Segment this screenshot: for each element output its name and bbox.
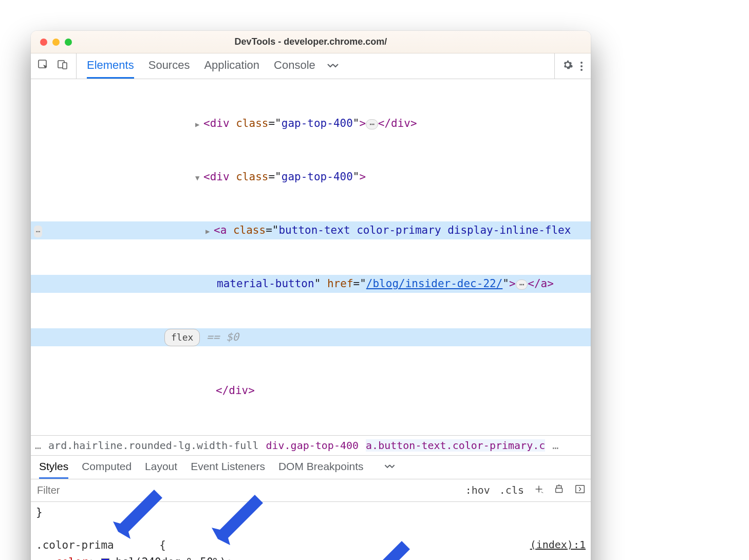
- tab-computed[interactable]: Computed: [82, 456, 132, 479]
- css-selector[interactable]: .color-prima: [36, 539, 114, 551]
- styles-filter-bar: :hov .cls: [31, 479, 591, 502]
- paint-flash-icon[interactable]: [554, 483, 565, 497]
- styles-stray-brace: }: [36, 504, 586, 521]
- breadcrumb-item-current[interactable]: a.button-text.color-primary.c: [366, 439, 545, 452]
- dom-node-closing[interactable]: </div>: [31, 382, 591, 400]
- ellipsis-icon[interactable]: ⋯: [366, 119, 378, 129]
- more-options-icon[interactable]: [578, 59, 585, 74]
- dom-node-selected[interactable]: ⋯▶<a class="button-text color-primary di…: [31, 221, 591, 239]
- css-declaration[interactable]: color: hsl(240deg % 50%);: [36, 554, 586, 560]
- styles-pane[interactable]: } .color-prima { (index):1 color: hsl(24…: [31, 502, 591, 560]
- main-tabs: Elements Sources Application Console: [87, 53, 315, 79]
- styles-sub-tabs: Styles Computed Layout Event Listeners D…: [31, 456, 591, 479]
- breadcrumb-item[interactable]: div.gap-top-400: [266, 439, 359, 452]
- settings-icon[interactable]: [562, 59, 573, 73]
- svg-rect-4: [576, 486, 585, 493]
- more-sub-tabs-icon[interactable]: [382, 456, 398, 479]
- breadcrumb-item[interactable]: ard.hairline.rounded-lg.width-full: [48, 439, 258, 452]
- device-toolbar-icon[interactable]: [57, 59, 69, 74]
- dom-node-expanded[interactable]: ▼<div class="gap-top-400">: [31, 168, 591, 186]
- new-style-rule-icon[interactable]: [533, 483, 545, 497]
- devtools-window: DevTools - developer.chrome.com/ Element…: [31, 31, 591, 560]
- inspect-element-icon[interactable]: [37, 59, 49, 74]
- ellipsis-icon[interactable]: ⋯: [516, 279, 528, 290]
- traffic-lights: [40, 39, 72, 46]
- tab-styles[interactable]: Styles: [39, 456, 68, 479]
- titlebar: DevTools - developer.chrome.com/: [31, 31, 591, 53]
- dom-tree[interactable]: ▶<div class="gap-top-400">⋯</div> ▼<div …: [31, 79, 591, 435]
- close-window-button[interactable]: [40, 39, 47, 46]
- href-link[interactable]: /blog/insider-dec-22/: [366, 277, 503, 290]
- dom-node-collapsed[interactable]: ▶<div class="gap-top-400">⋯</div>: [31, 115, 591, 133]
- window-title: DevTools - developer.chrome.com/: [31, 36, 591, 47]
- maximize-window-button[interactable]: [65, 39, 72, 46]
- breadcrumb-overflow-right[interactable]: …: [552, 439, 558, 452]
- cls-toggle[interactable]: .cls: [499, 484, 524, 496]
- minimize-window-button[interactable]: [52, 39, 60, 46]
- tab-console[interactable]: Console: [274, 53, 315, 79]
- main-toolbar: Elements Sources Application Console: [31, 53, 591, 79]
- tab-layout[interactable]: Layout: [145, 456, 177, 479]
- computed-panel-toggle-icon[interactable]: [574, 483, 586, 497]
- css-rule-header[interactable]: .color-prima { (index):1: [36, 537, 586, 554]
- tab-sources[interactable]: Sources: [148, 53, 190, 79]
- tab-application[interactable]: Application: [204, 53, 259, 79]
- dom-node-selected-cont[interactable]: material-button" href="/blog/insider-dec…: [31, 275, 591, 293]
- tab-dom-breakpoints[interactable]: DOM Breakpoints: [278, 456, 364, 479]
- more-tabs-icon[interactable]: [325, 53, 342, 79]
- svg-rect-3: [556, 488, 563, 492]
- tab-elements[interactable]: Elements: [87, 53, 134, 79]
- flex-badge[interactable]: flex: [164, 329, 200, 346]
- dom-breadcrumbs[interactable]: … ard.hairline.rounded-lg.width-full div…: [31, 435, 591, 456]
- svg-rect-2: [63, 63, 67, 69]
- styles-filter-input[interactable]: [36, 484, 139, 497]
- css-source-link[interactable]: (index):1: [530, 537, 586, 554]
- dollar-zero-label: == $0: [200, 331, 239, 343]
- dom-node-selected-meta: flex == $0: [31, 328, 591, 346]
- tab-event-listeners[interactable]: Event Listeners: [191, 456, 265, 479]
- breadcrumb-overflow-left[interactable]: …: [35, 439, 41, 452]
- hover-toggle[interactable]: :hov: [465, 484, 490, 496]
- gutter-ellipsis-icon: ⋯: [34, 226, 42, 237]
